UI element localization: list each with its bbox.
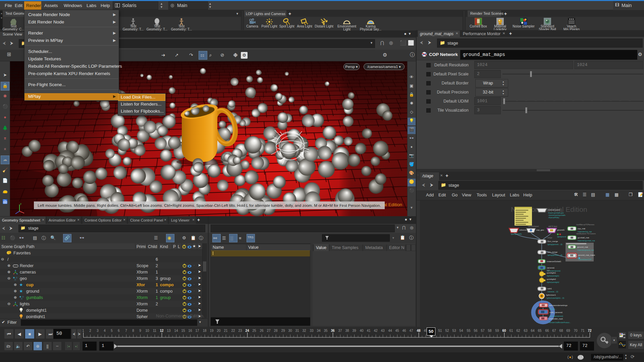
svg-text:camera-based: camera-based bbox=[528, 225, 539, 227]
svg-text:☆: ☆ bbox=[14, 278, 16, 281]
svg-text:pointlight2: pointlight2 bbox=[547, 278, 556, 280]
svg-text:/geo/ground: /geo/ground bbox=[557, 236, 566, 238]
svg-text:/lights/pointlight1: /lights/pointlight1 bbox=[547, 275, 559, 277]
svg-text:/materials/ground_mat: /materials/ground_mat bbox=[577, 249, 594, 251]
svg-text:☆: ☆ bbox=[20, 297, 23, 300]
svg-text:sub1: sub1 bbox=[547, 288, 552, 290]
svg-text:merge: merge bbox=[547, 237, 552, 239]
svg-text:pointlight1: pointlight1 bbox=[547, 272, 556, 274]
svg-text:/cameras... (2): /cameras... (2) bbox=[547, 291, 558, 293]
svg-text:karmarendersettings: karmarendersettings bbox=[549, 304, 568, 306]
svg-text:/-gribu/Lowerlight/d... (3): /-gribu/Lowerlight/d... (3) bbox=[546, 297, 565, 299]
svg-text:/gum/gumballs: /gum/gumballs bbox=[511, 233, 522, 235]
svg-text:/Render/UsdRenderProduct...: /Render/UsdRenderProduct... bbox=[549, 321, 571, 323]
svg-text:★: ★ bbox=[19, 282, 23, 287]
svg-text:light: light bbox=[547, 269, 550, 271]
svg-text:/cameras/camera1: /cameras/camera1 bbox=[549, 315, 564, 317]
svg-text:gumball_mat: gumball_mat bbox=[578, 237, 589, 239]
svg-text:/going/geometr... (3): /going/geometr... (3) bbox=[547, 254, 562, 256]
svg-text:ground_mat_maps: ground_mat_maps bbox=[578, 254, 595, 256]
svg-text:/antiSkylanes-TS-/Casters: /antiSkylanes-TS-/Casters bbox=[576, 233, 596, 235]
svg-text:cop_mat: cop_mat bbox=[578, 228, 585, 230]
svg-text:/going/geometr... (3): /going/geometr... (3) bbox=[547, 243, 562, 245]
svg-text:/materials/gumball_mat: /materials/gumball_mat bbox=[578, 240, 595, 242]
svg-text:★: ★ bbox=[19, 289, 23, 294]
svg-text:/lights/pointlight2: /lights/pointlight2 bbox=[547, 281, 559, 283]
svg-text:cup_geo: cup_geo bbox=[536, 229, 544, 231]
svg-text:ground1: ground1 bbox=[557, 229, 565, 231]
svg-text:-/Karma/PhSky: -/Karma/PhSky bbox=[548, 217, 559, 219]
svg-text:sceneimport1: sceneimport1 bbox=[548, 209, 560, 211]
svg-text:instanceGlobal1: instanceGlobal1 bbox=[547, 260, 561, 262]
svg-text:add % layer: add % layer bbox=[548, 225, 557, 227]
svg-text:usdk_camera1: usdk_camera1 bbox=[549, 311, 563, 313]
svg-text:/import-gumballs,geo: /import-gumballs,geo bbox=[548, 212, 564, 214]
svg-text:-/sceneimport/gumballs: -/sceneimport/gumballs bbox=[548, 214, 566, 216]
svg-text:ground_mat: ground_mat bbox=[577, 246, 588, 248]
svg-text:test_merge: test_merge bbox=[547, 251, 558, 253]
svg-text:/confMat-up/TOPanness: /confMat-up/TOPanness bbox=[576, 224, 595, 226]
svg-text:/Render...: /Render... bbox=[549, 308, 556, 310]
svg-text:camera1: camera1 bbox=[547, 267, 555, 269]
svg-text:usdrender_rop1: usdrender_rop1 bbox=[549, 318, 563, 320]
svg-text:lightmixer1: lightmixer1 bbox=[546, 294, 556, 296]
svg-text:y: y bbox=[20, 202, 21, 205]
svg-text:Don_merge: Don_merge bbox=[547, 240, 558, 242]
svg-text:/CacheDase/COP: /CacheDase/COP bbox=[578, 258, 592, 260]
